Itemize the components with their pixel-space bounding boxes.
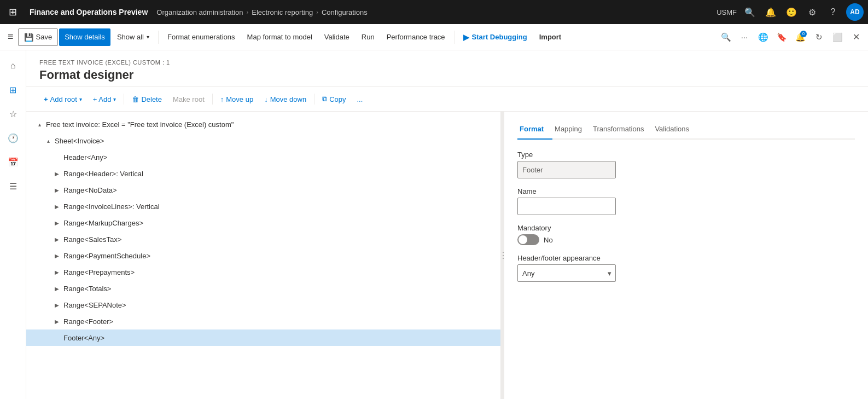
main-layout: ⌂ ⊞ ☆ 🕐 📅 ☰ FREE TEXT INVOICE (EXCEL) CU… xyxy=(0,50,868,399)
tab-validations[interactable]: Validations xyxy=(653,120,698,140)
add-chevron-icon: ▾ xyxy=(113,96,116,102)
smiley-icon[interactable]: 🙂 xyxy=(784,4,799,20)
type-label: Type xyxy=(517,151,855,159)
breadcrumb-item-1[interactable]: Organization administration xyxy=(156,8,243,16)
tree-item[interactable]: ▶ Range<Prepayments> xyxy=(26,264,500,280)
tree-item-label: Range<Header>: Vertical xyxy=(61,170,143,178)
refresh-icon[interactable]: ↻ xyxy=(811,30,826,45)
close-icon[interactable]: ✕ xyxy=(848,30,864,45)
format-toolbar: + Add root ▾ + Add ▾ 🗑 Delete Make root … xyxy=(26,87,868,112)
tree-toggle-icon[interactable]: ▴ xyxy=(44,136,53,145)
help-icon[interactable]: ? xyxy=(825,4,841,20)
mandatory-label: Mandatory xyxy=(517,224,855,232)
tree-toggle-icon[interactable]: ▶ xyxy=(53,300,61,309)
search-icon[interactable]: 🔍 xyxy=(742,4,758,20)
sidebar-star-icon[interactable]: ☆ xyxy=(2,103,24,125)
tree-item[interactable]: ▴ Sheet<Invoice> xyxy=(26,132,500,149)
tree-item[interactable]: ▶ Header<Any> xyxy=(26,149,500,165)
toolbar-search-icon[interactable]: 🔍 xyxy=(718,30,733,45)
validate-button[interactable]: Validate xyxy=(319,28,355,46)
tree-toggle-icon[interactable]: ▶ xyxy=(53,284,61,293)
type-input[interactable] xyxy=(517,161,616,178)
more-options-icon[interactable]: ··· xyxy=(737,30,752,45)
tree-item-selected[interactable]: ▶ Footer<Any> xyxy=(26,329,500,346)
tree-toggle-icon[interactable]: ▶ xyxy=(53,317,61,326)
move-down-button[interactable]: ↓ Move down xyxy=(260,91,311,107)
tree-item[interactable]: ▶ Range<SEPANote> xyxy=(26,297,500,313)
notifications-badge-icon[interactable]: 🔔 0 xyxy=(793,30,808,45)
tree-item[interactable]: ▶ Range<Header>: Vertical xyxy=(26,165,500,182)
sidebar-filter-icon[interactable]: ⊞ xyxy=(2,79,24,101)
delete-button[interactable]: 🗑 Delete xyxy=(127,91,166,107)
tree-toggle-icon[interactable]: ▶ xyxy=(53,202,61,211)
tree-item-label: Range<SEPANote> xyxy=(61,301,126,309)
app-title: Finance and Operations Preview xyxy=(23,8,154,16)
run-button[interactable]: Run xyxy=(356,28,380,46)
header-footer-select[interactable]: Any First Last Odd Even xyxy=(517,264,616,282)
breadcrumb-item-2[interactable]: Electronic reporting xyxy=(252,8,313,16)
add-root-button[interactable]: + Add root ▾ xyxy=(39,91,86,107)
tree-toggle-icon[interactable]: ▶ xyxy=(53,251,61,260)
map-format-to-model-button[interactable]: Map format to model xyxy=(242,28,318,46)
hamburger-button[interactable]: ≡ xyxy=(4,28,17,46)
show-all-button[interactable]: Show all ▾ xyxy=(112,28,155,46)
top-nav-bar: ⊞ Finance and Operations Preview Organiz… xyxy=(0,0,868,24)
name-input[interactable] xyxy=(517,198,616,215)
performance-trace-button[interactable]: Performance trace xyxy=(381,28,451,46)
format-enumerations-button[interactable]: Format enumerations xyxy=(162,28,241,46)
sidebar-list-icon[interactable]: ☰ xyxy=(2,175,24,197)
tree-item[interactable]: ▶ Range<Totals> xyxy=(26,280,500,297)
bookmark-icon[interactable]: 🔖 xyxy=(774,30,789,45)
mandatory-toggle-row: No xyxy=(517,234,855,245)
tree-item[interactable]: ▶ Range<Footer> xyxy=(26,313,500,329)
tree-item-label: Range<InvoiceLines>: Vertical xyxy=(61,203,160,211)
tree-item[interactable]: ▶ Range<PaymentSchedule> xyxy=(26,247,500,264)
tree-item-label: Range<Totals> xyxy=(61,285,111,293)
make-root-button[interactable]: Make root xyxy=(168,91,209,107)
tree-item[interactable]: ▶ Range<MarkupCharges> xyxy=(26,215,500,231)
move-up-icon: ↑ xyxy=(220,95,224,103)
tree-toggle-icon[interactable]: ▶ xyxy=(53,235,61,244)
properties-panel: Format Mapping Transformations Validatio… xyxy=(504,112,868,399)
tree-item-label: Range<MarkupCharges> xyxy=(61,219,143,227)
sidebar-home-icon[interactable]: ⌂ xyxy=(2,55,24,77)
save-button[interactable]: 💾 Save xyxy=(18,28,59,46)
toolbar-divider-1 xyxy=(158,31,159,44)
bell-icon[interactable]: 🔔 xyxy=(763,4,778,20)
show-details-button[interactable]: Show details xyxy=(59,28,110,46)
tab-format[interactable]: Format xyxy=(517,120,552,140)
tree-item[interactable]: ▴ Free text invoice: Excel = "Free text … xyxy=(26,116,500,132)
tree-item[interactable]: ▶ Range<NoData> xyxy=(26,182,500,198)
tree-toggle-icon[interactable]: ▶ xyxy=(53,218,61,227)
settings-icon[interactable]: ⚙ xyxy=(805,4,820,20)
tree-toggle-icon[interactable]: ▶ xyxy=(53,169,61,178)
sidebar-clock-icon[interactable]: 🕐 xyxy=(2,127,24,149)
copy-button[interactable]: ⧉ Copy xyxy=(318,91,350,107)
content-area: FREE TEXT INVOICE (EXCEL) CUSTOM : 1 For… xyxy=(26,50,868,399)
delete-icon: 🗑 xyxy=(132,95,139,103)
tree-panel: ▴ Free text invoice: Excel = "Free text … xyxy=(26,112,502,399)
tree-toggle-icon[interactable]: ▶ xyxy=(53,268,61,276)
mandatory-toggle[interactable] xyxy=(517,234,539,245)
tab-mapping[interactable]: Mapping xyxy=(552,120,591,140)
add-button[interactable]: + Add ▾ xyxy=(89,91,121,107)
add-root-chevron-icon: ▾ xyxy=(79,96,82,102)
tree-item[interactable]: ▶ Range<InvoiceLines>: Vertical xyxy=(26,198,500,215)
designer-breadcrumb: FREE TEXT INVOICE (EXCEL) CUSTOM : 1 xyxy=(39,59,855,66)
tree-item[interactable]: ▶ Range<SalesTax> xyxy=(26,231,500,247)
breadcrumb-item-3[interactable]: Configurations xyxy=(322,8,368,16)
globe-icon[interactable]: 🌐 xyxy=(755,30,771,45)
tab-transformations[interactable]: Transformations xyxy=(591,120,653,140)
designer-header: FREE TEXT INVOICE (EXCEL) CUSTOM : 1 For… xyxy=(26,50,868,87)
more-button[interactable]: ... xyxy=(352,91,367,107)
import-button[interactable]: Import xyxy=(534,28,567,46)
tree-toggle-icon[interactable]: ▴ xyxy=(35,120,44,129)
tree-toggle-icon[interactable]: ▶ xyxy=(53,186,61,194)
move-up-button[interactable]: ↑ Move up xyxy=(216,91,258,107)
avatar[interactable]: AD xyxy=(846,3,864,21)
start-debugging-button[interactable]: ▶ Start Debugging xyxy=(458,28,533,46)
open-icon[interactable]: ⬜ xyxy=(830,30,845,45)
app-grid-icon[interactable]: ⊞ xyxy=(4,4,21,20)
save-icon: 💾 xyxy=(24,33,33,42)
sidebar-calendar-icon[interactable]: 📅 xyxy=(2,151,24,173)
